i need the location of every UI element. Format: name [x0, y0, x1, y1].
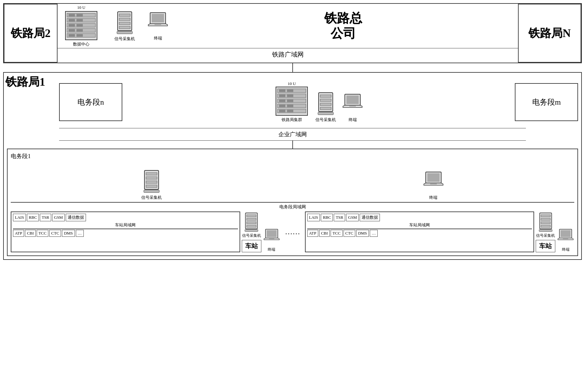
signal-collector-group-top: 信号采集机 — [114, 10, 135, 42]
station-right-zhan-label: 车站 — [536, 240, 555, 252]
svg-rect-18 — [119, 18, 130, 21]
station-left-signal-label: 信号采集机 — [242, 233, 261, 238]
svg-rect-31 — [287, 89, 293, 92]
center-top: 10 U — [58, 4, 518, 48]
svg-rect-60 — [247, 225, 256, 227]
svg-rect-36 — [279, 105, 285, 107]
station-terminal-left: 终端 — [263, 211, 280, 252]
svg-rect-65 — [541, 215, 550, 217]
bureau2-label: 铁路局2 — [11, 26, 51, 41]
bureau1-label: 铁路局1 — [5, 74, 45, 90]
svg-rect-69 — [539, 230, 552, 232]
station-devices-right: 信号采集机 车站 — [536, 211, 555, 252]
station-terminal-right: 终端 — [557, 211, 574, 252]
bureau1-signal-group: 信号采集机 — [315, 91, 336, 123]
tcc-box-right: TCC — [331, 230, 342, 237]
bureau1-rack-icon — [274, 86, 309, 116]
dws1-lan-label: 电务段局域网 — [11, 204, 574, 210]
bureau1-terminal-group: 终端 — [342, 93, 363, 123]
station-right-terminal-label: 终端 — [562, 247, 570, 252]
station-group-left: LAIS RBC TSR GSM 通信数据 车站局域网 ATP CBI TCC — [11, 211, 240, 252]
bureau1-rack-label: 10 U — [288, 81, 296, 86]
stations-container: LAIS RBC TSR GSM 通信数据 车站局域网 ATP CBI TCC — [11, 211, 574, 252]
main-container: 铁路局2 10 U — [0, 0, 585, 392]
station-right-terminal: 终端 — [557, 228, 574, 252]
bureauN-box: 铁路局N — [518, 4, 581, 63]
terminal-label-top: 终端 — [154, 35, 162, 41]
svg-rect-47 — [346, 95, 359, 104]
station-right-lan-line — [307, 229, 532, 229]
svg-rect-19 — [119, 22, 130, 25]
tongxin-box-right: 通信数据 — [360, 214, 380, 221]
station-left-signal: 信号采集机 — [242, 211, 261, 238]
bureau2-box: 铁路局2 — [4, 4, 58, 63]
svg-rect-51 — [146, 181, 157, 183]
bureau1-server-icon — [315, 91, 336, 116]
svg-rect-67 — [541, 222, 550, 224]
dws1-terminal-label: 终端 — [429, 195, 437, 200]
svg-rect-9 — [76, 19, 83, 21]
station-right-signal: 信号采集机 — [536, 211, 555, 238]
svg-rect-34 — [279, 100, 285, 102]
bureau1-section: 铁路局1 电务段n 10 U — [3, 72, 582, 260]
svg-rect-38 — [279, 110, 285, 112]
terminal-group-top: 终端 — [148, 11, 168, 41]
bureauN-label: 铁路局N — [528, 26, 571, 41]
svg-rect-23 — [152, 14, 164, 22]
datacenter-label: 数据中心 — [73, 41, 89, 47]
station-right-row2: ATP CBI TCC CTC DMS … — [307, 230, 532, 237]
dws1-devices-row: 信号采集机 终端 — [11, 162, 574, 200]
station-left-lan-label: 车站局域网 — [13, 222, 238, 228]
tsr-box-right: TSR — [334, 214, 345, 221]
svg-rect-15 — [76, 34, 83, 37]
tsr-box-left: TSR — [40, 214, 51, 221]
cbi-box-right: CBI — [319, 230, 330, 237]
svg-rect-58 — [247, 218, 256, 220]
svg-rect-61 — [245, 230, 258, 232]
station-group-right: LAIS RBC TSR GSM 通信数据 车站局域网 ATP CBI TCC — [305, 211, 534, 252]
tongxin-box-left: 通信数据 — [66, 214, 86, 221]
ctc-box-left: CTC — [49, 230, 61, 237]
gsm-box-right: GSM — [346, 214, 359, 221]
ellipsis-box-right: … — [370, 230, 378, 237]
station-left-zhan-label: 车站 — [242, 240, 261, 252]
bureau1-center-devices: 10 U — [129, 81, 509, 123]
bureau1-rack-group: 10 U — [274, 81, 309, 123]
svg-rect-37 — [287, 105, 293, 107]
station-left-terminal: 终端 — [263, 228, 280, 252]
station-right-server-icon — [537, 211, 554, 233]
dws1-server-icon — [141, 169, 162, 194]
bureau1-signal-label: 信号采集机 — [315, 117, 336, 123]
ellipsis-box-left: … — [76, 230, 84, 237]
dws1-label: 电务段1 — [11, 152, 574, 160]
dms-box-left: DMS — [62, 230, 75, 237]
svg-rect-8 — [69, 19, 75, 21]
station-devices-left: 信号采集机 车站 — [242, 211, 261, 252]
zongsi-group: 铁路总公司 — [174, 11, 512, 41]
svg-rect-17 — [119, 14, 130, 16]
svg-rect-13 — [76, 29, 83, 32]
laptop-icon-top — [148, 11, 168, 35]
dianwuduan-n-label: 电务段n — [77, 97, 104, 107]
enterprise-wan-bar: 企业广域网 — [59, 128, 526, 141]
server-tower-icon — [114, 10, 135, 35]
svg-rect-71 — [561, 230, 570, 237]
lais-box-right: LAIS — [307, 214, 320, 221]
ctc-box-right: CTC — [344, 230, 355, 237]
atp-box-left: ATP — [13, 230, 24, 237]
cbi-box-left: CBI — [25, 230, 36, 237]
dianwuduan-m-box: 电务段m — [515, 83, 578, 121]
svg-rect-66 — [541, 218, 550, 220]
svg-rect-32 — [279, 95, 285, 97]
svg-rect-10 — [69, 24, 75, 27]
svg-rect-44 — [320, 107, 331, 110]
svg-rect-39 — [287, 110, 293, 112]
station-left-terminal-label: 终端 — [268, 247, 275, 252]
top-section: 铁路局2 10 U — [3, 3, 582, 63]
station-left-lan-line — [13, 229, 238, 229]
station-right-row1: LAIS RBC TSR GSM 通信数据 — [307, 214, 532, 221]
svg-rect-52 — [146, 185, 157, 187]
rack-label-top: 10 U — [77, 5, 85, 10]
bureau1-laptop-icon — [342, 93, 363, 116]
dws1-signal-label: 信号采集机 — [141, 195, 162, 200]
